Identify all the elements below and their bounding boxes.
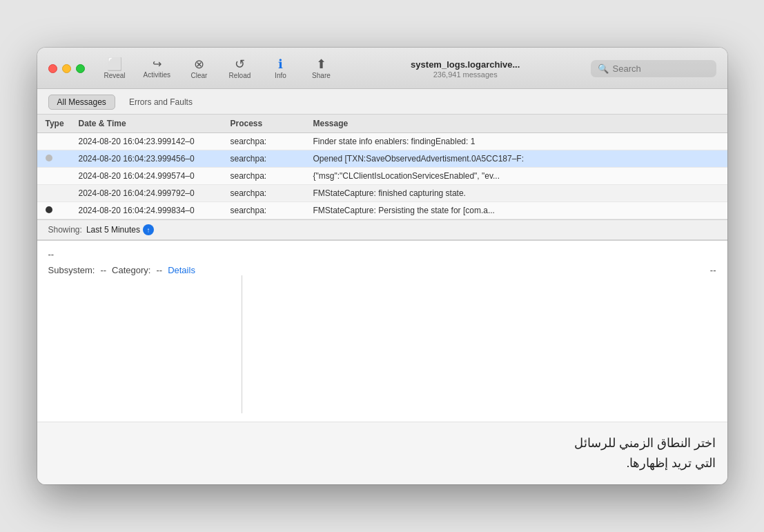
showing-bar: Showing: Last 5 Minutes ↑ [37, 219, 727, 240]
maximize-button[interactable] [76, 64, 85, 73]
clear-button[interactable]: ⊗ Clear [180, 55, 218, 82]
col-datetime: Date & Time [76, 117, 228, 130]
reload-button[interactable]: ↺ Reload [221, 55, 259, 82]
detail-separator [48, 275, 716, 413]
col-process: Process [228, 117, 311, 130]
col-message: Message [311, 117, 722, 130]
share-button[interactable]: ⬆ Share [302, 55, 340, 82]
row-message: FMStateCapture: Persisting the state for… [311, 204, 722, 217]
activities-button[interactable]: ↪ Activities [137, 56, 177, 81]
toolbar-left: ⬜ Reveal ↪ Activities ⊗ Clear ↺ Reload ℹ… [96, 55, 340, 82]
row-process: searchpa: [228, 187, 311, 199]
row-message: Opened [TXN:SaveObservedAdvertisment.0A5… [311, 152, 722, 165]
traffic-lights [48, 64, 85, 73]
reveal-label: Reveal [104, 72, 125, 79]
showing-badge: ↑ [143, 224, 154, 235]
detail-row: Subsystem: -- Category: -- Details -- [48, 265, 716, 275]
row-datetime: 2024-08-20 16:04:23.999456–0 [76, 152, 228, 165]
row-datetime: 2024-08-20 16:04:23.999142–0 [76, 135, 228, 148]
reveal-button[interactable]: ⬜ Reveal [96, 55, 134, 82]
titlebar-center: system_logs.logarchive... 236,941 messag… [347, 59, 584, 79]
tab-errors-and-faults[interactable]: Errors and Faults [121, 95, 201, 109]
info-label: Info [275, 72, 286, 79]
reveal-icon: ⬜ [107, 58, 122, 70]
row-message: FMStateCapture: finished capturing state… [311, 187, 722, 199]
row-process: searchpa: [228, 152, 311, 165]
row-type [43, 187, 76, 199]
showing-value-text: Last 5 Minutes [86, 225, 140, 235]
table-row[interactable]: 2024-08-20 16:04:24.999792–0 searchpa: F… [37, 185, 727, 202]
category-value: -- [156, 265, 162, 275]
search-icon: 🔍 [598, 63, 609, 74]
subsystem-value: -- [100, 265, 106, 275]
row-datetime: 2024-08-20 16:04:24.999834–0 [76, 204, 228, 217]
close-button[interactable] [48, 64, 57, 73]
row-process: searchpa: [228, 170, 311, 182]
log-table: Type Date & Time Process Message 2024-08… [37, 115, 727, 219]
subsystem-label: Subsystem: [48, 265, 95, 275]
details-link[interactable]: Details [168, 265, 195, 275]
row-process: searchpa: [228, 204, 311, 217]
col-type: Type [43, 117, 76, 130]
row-datetime: 2024-08-20 16:04:24.999574–0 [76, 170, 228, 182]
clear-icon: ⊗ [194, 58, 204, 70]
reload-label: Reload [229, 72, 251, 79]
window-subtitle: 236,941 messages [433, 70, 498, 79]
row-process: searchpa: [228, 135, 311, 148]
clear-label: Clear [191, 72, 208, 79]
activities-icon: ↪ [153, 59, 161, 70]
showing-value-container[interactable]: Last 5 Minutes ↑ [86, 224, 154, 235]
info-button[interactable]: ℹ Info [262, 55, 300, 82]
search-input[interactable] [613, 63, 709, 74]
detail-right-dash: -- [710, 265, 716, 275]
main-window: ⬜ Reveal ↪ Activities ⊗ Clear ↺ Reload ℹ… [37, 48, 727, 484]
detail-dash: -- [48, 249, 716, 259]
info-icon: ℹ [278, 58, 283, 70]
table-body: 2024-08-20 16:04:23.999142–0 searchpa: F… [37, 133, 727, 219]
row-type [43, 135, 76, 148]
row-type [43, 204, 76, 217]
detail-line [242, 275, 242, 413]
filter-tabs: All Messages Errors and Faults [37, 89, 727, 115]
annotation: اختر النطاق الزمني للرسائل التي تريد إظه… [37, 422, 727, 484]
detail-panel: -- Subsystem: -- Category: -- Details -- [37, 240, 727, 422]
annotation-line1: اختر النطاق الزمني للرسائل [574, 436, 716, 450]
share-label: Share [312, 72, 331, 79]
table-header: Type Date & Time Process Message [37, 115, 727, 133]
table-row[interactable]: 2024-08-20 16:04:24.999574–0 searchpa: {… [37, 168, 727, 185]
window-title: system_logs.logarchive... [411, 59, 520, 70]
activities-label: Activities [144, 71, 170, 79]
minimize-button[interactable] [62, 64, 71, 73]
annotation-text: اختر النطاق الزمني للرسائل التي تريد إظه… [48, 433, 716, 473]
showing-label: Showing: [48, 225, 82, 235]
share-icon: ⬆ [316, 58, 326, 70]
table-row[interactable]: 2024-08-20 16:04:23.999456–0 searchpa: O… [37, 150, 727, 168]
search-box[interactable]: 🔍 [591, 60, 716, 77]
tab-all-messages[interactable]: All Messages [48, 95, 115, 110]
reload-icon: ↺ [235, 58, 245, 70]
table-row[interactable]: 2024-08-20 16:04:23.999142–0 searchpa: F… [37, 133, 727, 150]
row-message: {"msg":"CLClientIsLocationServicesEnable… [311, 170, 722, 182]
table-row[interactable]: 2024-08-20 16:04:24.999834–0 searchpa: F… [37, 202, 727, 219]
row-message: Finder state info enablers: findingEnabl… [311, 135, 722, 148]
titlebar: ⬜ Reveal ↪ Activities ⊗ Clear ↺ Reload ℹ… [37, 48, 727, 89]
row-type [43, 170, 76, 182]
category-label: Category: [112, 265, 150, 275]
row-type [43, 152, 76, 165]
annotation-line2: التي تريد إظهارها. [626, 456, 716, 470]
row-datetime: 2024-08-20 16:04:24.999792–0 [76, 187, 228, 199]
